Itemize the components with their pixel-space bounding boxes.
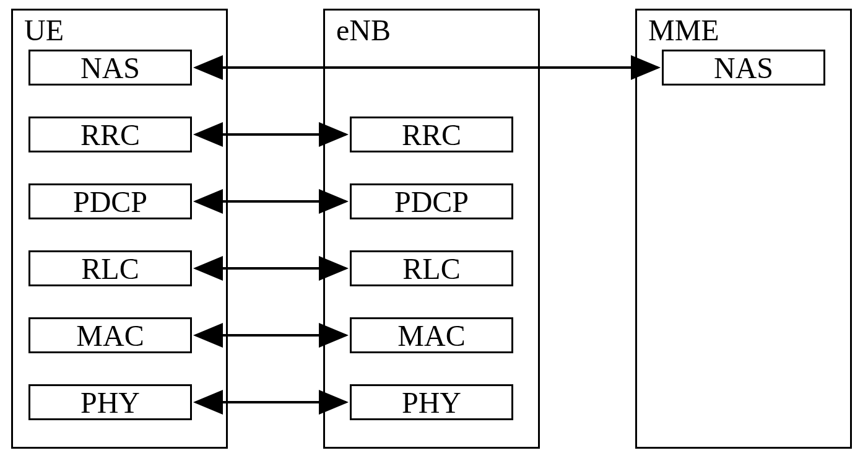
mme-layer-nas: NAS [662,50,825,86]
ue-layer-rrc: RRC [28,117,192,152]
enb-layer-pdcp: PDCP [350,183,513,219]
column-enb: eNB [323,9,540,449]
enb-layer-rlc: RLC [350,250,513,286]
ue-layer-rlc: RLC [28,250,192,286]
column-ue-title: UE [24,14,64,47]
ue-layer-phy: PHY [28,384,192,420]
enb-layer-mac: MAC [350,317,513,353]
diagram-canvas: UE eNB MME NAS RRC PDCP RLC MAC PHY RRC … [0,0,868,458]
enb-layer-phy: PHY [350,384,513,420]
enb-layer-rrc: RRC [350,117,513,152]
ue-layer-mac: MAC [28,317,192,353]
ue-layer-nas: NAS [28,50,192,86]
ue-layer-pdcp: PDCP [28,183,192,219]
column-mme-title: MME [648,14,719,47]
column-enb-title: eNB [336,14,391,47]
